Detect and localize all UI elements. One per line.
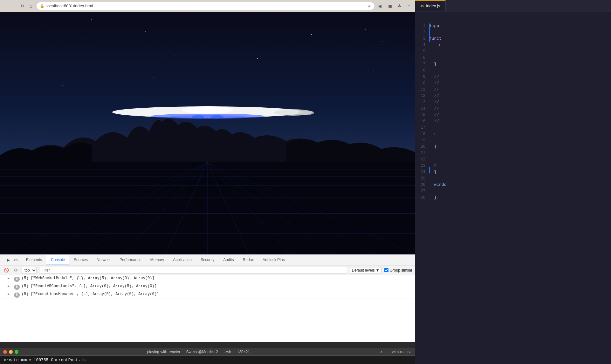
nav-buttons: ← → ↻ ⌂ bbox=[3, 3, 34, 10]
console-line-3: ▶ 5 (5) ["ExceptionsManager", {…}, Array… bbox=[0, 291, 415, 299]
code-line-3: 3 funct bbox=[415, 36, 611, 42]
tab-audits[interactable]: Audits bbox=[219, 255, 238, 265]
code-line-23: 23 r bbox=[415, 163, 611, 169]
code-line-19: 19 bbox=[415, 137, 611, 144]
forward-button[interactable]: → bbox=[11, 3, 18, 10]
tab-security[interactable]: Security bbox=[196, 255, 219, 265]
clear-console-button[interactable]: 🚫 bbox=[3, 267, 10, 273]
code-line-28: 28 }. bbox=[415, 194, 611, 201]
code-line-9: 9 // bbox=[415, 74, 611, 80]
code-line-14: 14 // bbox=[415, 105, 611, 112]
code-line-10: 10 // bbox=[415, 80, 611, 86]
code-line-blank-2: 2 bbox=[415, 29, 611, 36]
tab-console[interactable]: Console bbox=[46, 255, 69, 265]
code-line-26: 26 windo bbox=[415, 182, 611, 188]
terminal-title: playing-with-reactvr — Swizec@Merrick-2 … bbox=[21, 350, 376, 354]
tab-sources[interactable]: Sources bbox=[69, 255, 92, 265]
code-line-7: 7 } bbox=[415, 61, 611, 67]
code-line-27: 27 bbox=[415, 188, 611, 194]
terminal-title2: …-with-reactvr bbox=[387, 350, 412, 354]
code-line-18: 18 r bbox=[415, 131, 611, 137]
code-line-21: 21 bbox=[415, 150, 611, 156]
tab-application[interactable]: Application bbox=[168, 255, 196, 265]
tab-memory[interactable]: Memory bbox=[146, 255, 168, 265]
bookmark-icon[interactable]: ★ bbox=[367, 3, 371, 9]
toolbar-icons: ◉ ▣ ☘ ≡ bbox=[377, 3, 412, 10]
tab-elements[interactable]: Elements bbox=[22, 255, 46, 265]
group-similar-checkbox[interactable] bbox=[384, 268, 388, 272]
code-line-15: 15 // bbox=[415, 112, 611, 118]
svg-point-1 bbox=[182, 106, 233, 114]
page-content bbox=[0, 12, 415, 254]
console-line-2: ▶ 5 (5) ["ReactVRConstants", {…}, Array(… bbox=[0, 283, 415, 291]
code-line-16: 16 // bbox=[415, 118, 611, 125]
context-select[interactable]: top bbox=[22, 267, 37, 274]
terminal-status-bar bbox=[0, 342, 415, 348]
code-tab-bar: JS index.js bbox=[415, 0, 611, 11]
cast-icon[interactable]: ▣ bbox=[386, 3, 393, 10]
reload-button[interactable]: ↻ bbox=[19, 3, 26, 10]
code-tab-label: index.js bbox=[426, 3, 440, 8]
svg-point-4 bbox=[192, 115, 204, 118]
svg-point-3 bbox=[169, 115, 246, 118]
code-line-17: 17 bbox=[415, 125, 611, 131]
code-line-11: 11 // bbox=[415, 86, 611, 93]
code-line-25: 25 bbox=[415, 175, 611, 182]
code-line-1: 1 impor bbox=[415, 23, 611, 29]
minimize-dot bbox=[9, 350, 13, 354]
code-line-4: 4 c bbox=[415, 42, 611, 48]
home-button[interactable]: ⌂ bbox=[27, 3, 34, 10]
address-bar[interactable]: 🔒 localhost:8081/index.html ★ bbox=[36, 2, 375, 10]
code-line-5: 5 bbox=[415, 48, 611, 55]
js-icon: JS bbox=[420, 4, 424, 8]
url-text: localhost:8081/index.html bbox=[46, 3, 365, 8]
tab-redux[interactable]: Redux bbox=[238, 255, 258, 265]
code-line-12: 12 // bbox=[415, 93, 611, 99]
terminal-panel: playing-with-reactvr — Swizec@Merrick-2 … bbox=[0, 348, 415, 364]
count-badge-1: 5 bbox=[14, 277, 20, 282]
code-content: 1 impor 2 3 funct 4 c 5 6 7 } 8 bbox=[415, 11, 611, 364]
back-button[interactable]: ← bbox=[3, 3, 10, 10]
svg-point-7 bbox=[298, 111, 314, 115]
count-badge-2: 5 bbox=[14, 285, 20, 290]
expand-arrow-3[interactable]: ▶ bbox=[8, 292, 12, 296]
code-line-blank-1 bbox=[415, 17, 611, 23]
grid-floor bbox=[0, 162, 415, 254]
code-line-20: 20 ) bbox=[415, 144, 611, 150]
tab-performance[interactable]: Performance bbox=[115, 255, 146, 265]
console-text-3: (5) ["ExceptionsManager", {…}, Array(5),… bbox=[22, 292, 159, 296]
browser-area: ← → ↻ ⌂ 🔒 localhost:8081/index.html ★ ◉ … bbox=[0, 0, 415, 364]
terminal-content[interactable]: create mode 100755 CurrentPost.js bbox=[0, 356, 415, 364]
chrome-toolbar: ← → ↻ ⌂ 🔒 localhost:8081/index.html ★ ◉ … bbox=[0, 0, 415, 12]
levels-dropdown[interactable]: Default levels ▼ bbox=[350, 267, 382, 273]
tab-adblock[interactable]: Adblock Plus bbox=[258, 255, 289, 265]
svg-rect-8 bbox=[0, 162, 415, 254]
code-line-8: 8 bbox=[415, 67, 611, 74]
terminal-close-button[interactable]: ✕ bbox=[379, 350, 384, 354]
devtools-inspect-icon[interactable]: ▶ bbox=[5, 257, 11, 263]
console-text-2: (5) ["ReactVRConstants", {…}, Array(0), … bbox=[22, 284, 157, 288]
expand-arrow-2[interactable]: ▶ bbox=[8, 284, 12, 288]
lock-icon: 🔒 bbox=[40, 4, 45, 8]
code-line-13: 13 // bbox=[415, 99, 611, 105]
devtools-device-icon[interactable]: ▭ bbox=[13, 257, 19, 263]
svg-point-5 bbox=[211, 115, 223, 118]
expand-arrow-1[interactable]: ▶ bbox=[8, 276, 12, 280]
code-tab-indexjs[interactable]: JS index.js bbox=[415, 0, 446, 11]
close-dot bbox=[3, 350, 7, 354]
console-line-1: ▶ 5 (5) ["WebSocketModule", {…}, Array(5… bbox=[0, 275, 415, 283]
console-text-1: (5) ["WebSocketModule", {…}, Array(5), A… bbox=[22, 276, 154, 280]
terminal-window-controls bbox=[3, 350, 18, 354]
extensions-icon[interactable]: ◉ bbox=[377, 3, 384, 10]
tab-network[interactable]: Network bbox=[92, 255, 115, 265]
code-editor-panel: JS index.js 1 impor 2 3 funct 4 c bbox=[415, 0, 611, 364]
devtools-panel: ▶ ▭ Elements Console Sources Network Per… bbox=[0, 254, 415, 348]
settings-icon[interactable]: ≡ bbox=[405, 3, 412, 10]
shield-icon[interactable]: ☘ bbox=[396, 3, 403, 10]
group-similar-label[interactable]: Group similar bbox=[384, 268, 412, 273]
console-settings-button[interactable]: ⚙ bbox=[13, 267, 19, 273]
code-line-6: 6 bbox=[415, 55, 611, 61]
terminal-command: create mode 100755 CurrentPost.js bbox=[4, 358, 86, 362]
console-filter-input[interactable] bbox=[39, 267, 347, 274]
console-toolbar: 🚫 ⚙ top Default levels ▼ Group similar bbox=[0, 266, 415, 275]
